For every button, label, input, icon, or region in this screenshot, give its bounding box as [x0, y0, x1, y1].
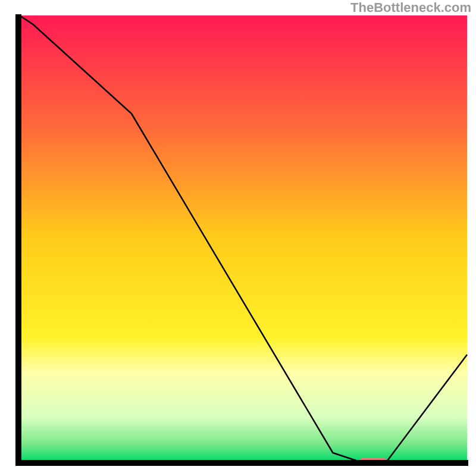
bottleneck-chart — [0, 0, 476, 476]
chart-container: { "watermark": "TheBottleneck.com", "cha… — [0, 0, 476, 476]
chart-background — [20, 15, 467, 462]
